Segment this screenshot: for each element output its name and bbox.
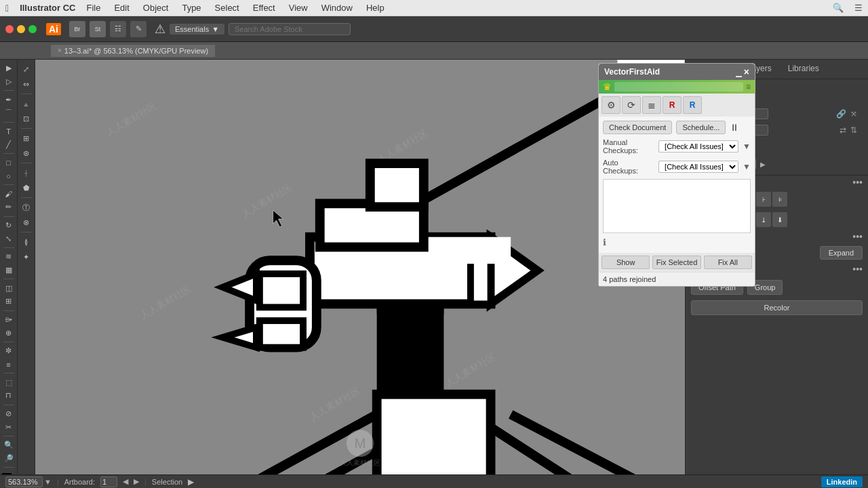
menu-window[interactable]: Window xyxy=(319,3,355,13)
fix-all-btn[interactable]: Fix All xyxy=(704,256,752,269)
warp-tool[interactable]: ≋ xyxy=(2,251,16,263)
line-tool[interactable]: ╱ xyxy=(2,138,16,150)
direct-select-tool[interactable]: ▷ xyxy=(2,76,16,88)
pen-icon[interactable]: ✎ xyxy=(130,21,146,37)
dist-bottom-icon[interactable]: ⬇ xyxy=(772,212,787,227)
slice-tool[interactable]: ⊓ xyxy=(2,390,16,402)
bulb-icon[interactable]: ⚠ xyxy=(155,22,165,37)
search-icon: 🔍 xyxy=(833,3,844,13)
more-options-icon-2[interactable]: ••• xyxy=(852,231,863,242)
constrain-icon[interactable]: ⤧ xyxy=(850,109,857,119)
free-transform-tool[interactable]: ⊞ xyxy=(20,131,33,145)
flip-v-icon[interactable]: ⇅ xyxy=(850,125,857,135)
paintbrush-tool[interactable]: 🖌 xyxy=(2,188,16,200)
shear-tool[interactable]: ⟁ xyxy=(20,97,33,110)
layout-icon[interactable]: ☷ xyxy=(110,21,126,37)
rect-tool[interactable]: □ xyxy=(2,157,16,169)
search-stock-input[interactable] xyxy=(229,23,351,35)
show-btn[interactable]: Show xyxy=(601,256,650,269)
ellipse-tool[interactable]: ○ xyxy=(2,170,16,182)
vfa-tool-3[interactable]: ≣ xyxy=(642,96,661,114)
more-options-icon[interactable]: ••• xyxy=(852,177,863,188)
crown-icon: ♛ xyxy=(603,81,612,92)
tab-libraries[interactable]: Libraries xyxy=(780,60,827,79)
vfa-collapse-icon[interactable]: ⎯ xyxy=(736,66,741,77)
bridge-icon[interactable]: Br xyxy=(69,21,85,37)
zoom-tool[interactable]: 🔍 xyxy=(2,439,16,451)
more-options-icon-3[interactable]: ••• xyxy=(852,264,863,274)
recolor-button[interactable]: Recolor xyxy=(691,300,863,315)
menu-file[interactable]: File xyxy=(83,3,103,13)
artboard-tool[interactable]: ⬚ xyxy=(2,376,16,388)
live-paint-tool[interactable]: ⬟ xyxy=(20,181,33,195)
expand-button[interactable]: Expand xyxy=(820,246,863,260)
vfa-tool-5[interactable]: R xyxy=(683,96,702,114)
auto-select[interactable]: [Check All Issues] xyxy=(658,161,738,173)
reflect-tool[interactable]: ⇔ xyxy=(20,77,33,91)
fullscreen-button[interactable] xyxy=(28,25,37,33)
curvature-tool[interactable]: ⌒ xyxy=(2,107,16,119)
stock-icon[interactable]: St xyxy=(90,21,106,37)
puppet-warp-tool[interactable]: ⊗ xyxy=(20,216,33,229)
pen-tool[interactable]: ✒ xyxy=(2,94,16,106)
reshape-tool[interactable]: ⊡ xyxy=(20,112,33,125)
artboard-nav-next[interactable]: ▶ xyxy=(134,477,139,486)
close-button[interactable] xyxy=(5,25,14,33)
gradient-tool[interactable]: ◫ xyxy=(2,282,16,294)
apple-menu[interactable]:  xyxy=(5,3,9,14)
shape-builder-tool[interactable]: ⊛ xyxy=(20,146,33,160)
eraser-tool[interactable]: ⊘ xyxy=(2,408,16,420)
hand-tool[interactable]: 🔎 xyxy=(2,453,16,465)
manual-select[interactable]: [Check All Issues] xyxy=(658,140,738,152)
scale-tool[interactable]: ⤡ xyxy=(2,232,16,245)
menu-effect[interactable]: Effect xyxy=(250,3,278,13)
perspective-tool[interactable]: ⟊ xyxy=(20,166,33,180)
flip-h-icon[interactable]: ⇄ xyxy=(840,125,846,135)
scissors-tool[interactable]: ✂ xyxy=(2,421,16,433)
fix-selected-btn[interactable]: Fix Selected xyxy=(652,256,701,269)
tab-title: 13–3.ai* @ 563.13% (CMYK/GPU Preview) xyxy=(64,47,208,55)
essentials-switcher[interactable]: Essentials ▼ xyxy=(170,24,224,35)
mesh-tool[interactable]: ⊞ xyxy=(2,296,16,308)
menu-edit[interactable]: Edit xyxy=(111,3,132,13)
select-tool[interactable]: ▶ xyxy=(2,62,16,75)
pause-icon[interactable]: ⏸ xyxy=(730,122,739,133)
eyedropper-tool[interactable]: ⌲ xyxy=(2,314,16,326)
graph-tool[interactable]: ▦ xyxy=(2,264,16,277)
menu-select[interactable]: Select xyxy=(212,3,242,13)
menu-view[interactable]: View xyxy=(286,3,311,13)
zoom-down-icon[interactable]: ▼ xyxy=(44,478,52,486)
menu-type[interactable]: Type xyxy=(179,3,203,13)
vfa-tool-1[interactable]: ⚙ xyxy=(601,96,620,114)
transform-tool[interactable]: ⤢ xyxy=(20,62,33,76)
minimize-button[interactable] xyxy=(17,25,25,33)
opacity-options-icon[interactable]: ▶ xyxy=(760,161,766,168)
align-center-v-icon[interactable]: ⊦ xyxy=(756,192,771,207)
vfa-close-icon[interactable]: × xyxy=(744,66,749,77)
pencil-tool[interactable]: ✏ xyxy=(2,201,16,214)
zoom-input[interactable] xyxy=(5,476,43,487)
blend-tool[interactable]: ⊕ xyxy=(2,327,16,339)
menu-help[interactable]: Help xyxy=(363,3,387,13)
vfa-tool-2[interactable]: ⟳ xyxy=(622,96,641,114)
dist-center-v-icon[interactable]: ⤓ xyxy=(756,212,771,227)
close-tab-icon[interactable]: × xyxy=(58,47,62,54)
document-tab[interactable]: × 13–3.ai* @ 563.13% (CMYK/GPU Preview) xyxy=(51,45,216,57)
touch-type-tool[interactable]: Ⓣ xyxy=(20,201,33,214)
menu-object[interactable]: Object xyxy=(140,3,172,13)
artboard-nav-prev[interactable]: ◀ xyxy=(123,477,128,486)
schedule-btn[interactable]: Schedule... xyxy=(676,121,726,134)
artboard-input[interactable] xyxy=(100,476,117,487)
vfa-tool-4[interactable]: R xyxy=(663,96,682,114)
column-graph-tool[interactable]: ≡ xyxy=(2,359,16,371)
symbol-tool[interactable]: ✼ xyxy=(2,345,16,357)
align-bottom-icon[interactable]: ⊧ xyxy=(772,192,787,207)
check-doc-btn[interactable]: Check Document xyxy=(603,121,672,134)
vfa-menu-icon[interactable]: ≡ xyxy=(746,82,751,92)
rotate-tool[interactable]: ↻ xyxy=(2,220,16,232)
width-tool[interactable]: ≬ xyxy=(20,235,33,249)
flare-tool[interactable]: ✦ xyxy=(20,250,33,264)
text-tool[interactable]: T xyxy=(2,125,16,138)
link-icon[interactable]: 🔗 xyxy=(836,109,846,119)
status-bar: ▼ | Artboard: ◀ ▶ | Selection ▶ Linkedin xyxy=(0,474,868,488)
